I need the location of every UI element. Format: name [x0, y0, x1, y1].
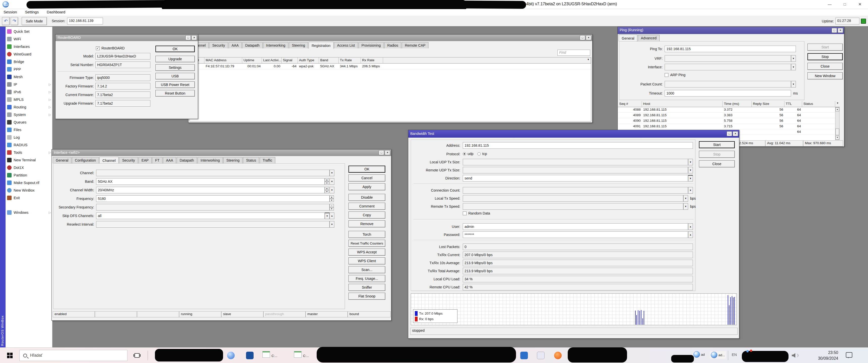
- tab-eap[interactable]: EAP: [138, 157, 152, 163]
- file-explorer-icon[interactable]: [294, 351, 302, 358]
- sidebar-item-mpls[interactable]: MPLS▷: [5, 96, 53, 103]
- ping-row[interactable]: 4089192.168.81.1153.3835664: [618, 113, 835, 118]
- channel-width-combo[interactable]: 20/40MHz: [96, 187, 325, 193]
- tab-interworking[interactable]: Interworking: [263, 42, 288, 48]
- ping-row[interactable]: 4091192.168.81.1153.7155664: [618, 124, 835, 129]
- minimize-icon[interactable]: —: [824, 0, 835, 8]
- sidebar-item-ip[interactable]: IP▷: [5, 81, 53, 88]
- file-explorer-label[interactable]: C:...: [303, 354, 309, 358]
- upgrade-button[interactable]: Upgrade: [155, 56, 195, 62]
- col-mac[interactable]: MAC Address: [205, 58, 242, 63]
- col-auth-type[interactable]: Auth Type: [298, 58, 319, 63]
- tab-radios[interactable]: Radios: [384, 42, 401, 48]
- ping-to-input[interactable]: 192.168.81.115: [664, 45, 796, 52]
- copy-button[interactable]: Copy: [348, 211, 385, 219]
- dropdown-icon[interactable]: ▼: [688, 187, 693, 194]
- taskbar-app-icon[interactable]: [554, 352, 562, 359]
- close-icon[interactable]: ✕: [838, 28, 843, 33]
- col-seq[interactable]: Seq #: [618, 101, 642, 107]
- sidebar-item-mesh[interactable]: Mesh: [5, 73, 53, 81]
- undo-button[interactable]: ↶: [2, 17, 9, 25]
- packet-count-combo[interactable]: [664, 81, 791, 88]
- remove-button[interactable]: Remove: [348, 220, 385, 227]
- maximize-icon[interactable]: □: [379, 150, 384, 155]
- ok-button[interactable]: OK: [348, 166, 385, 173]
- collapse-icon[interactable]: ▲: [688, 223, 693, 230]
- dropdown-icon[interactable]: ▼: [330, 178, 334, 185]
- sidebar-item-dot1x[interactable]: Dot1X: [5, 164, 53, 171]
- password-input[interactable]: *******: [463, 231, 688, 238]
- col-signal[interactable]: Signal: [282, 58, 298, 63]
- interface-titlebar[interactable]: Interface <wifi2>: [52, 150, 391, 156]
- tab-channel[interactable]: Channel: [99, 157, 119, 164]
- new-window-button[interactable]: New Window: [807, 72, 843, 79]
- session-input[interactable]: 192.168.81.139: [67, 18, 103, 25]
- dropdown-icon[interactable]: ▼: [791, 55, 796, 62]
- maximize-icon[interactable]: □: [839, 0, 850, 8]
- sidebar-item-exit[interactable]: Exit: [5, 194, 53, 202]
- column-filter-icon[interactable]: ▼: [835, 101, 840, 107]
- frequency-field[interactable]: 5180: [96, 195, 330, 202]
- scroll-up-icon[interactable]: ▲: [835, 107, 839, 111]
- wps-accept-button[interactable]: WPS Accept: [348, 249, 385, 256]
- task-view-icon[interactable]: [134, 353, 140, 358]
- tab-status[interactable]: Status: [243, 157, 259, 163]
- checkbox-checked-icon[interactable]: ✓: [96, 46, 100, 50]
- tab-steering[interactable]: Steering: [289, 42, 308, 48]
- sidebar-item-bridge[interactable]: Bridge: [5, 58, 53, 66]
- ping-row[interactable]: 4088192.168.81.1153.3725664: [618, 107, 835, 113]
- close-icon[interactable]: ✕: [586, 35, 591, 40]
- col-tx-rate[interactable]: Tx Rate: [339, 58, 361, 63]
- spinner-down-icon[interactable]: ▼: [325, 190, 329, 193]
- dropdown-icon[interactable]: ▼: [330, 221, 334, 228]
- tab-remote-cap[interactable]: Remote CAP: [402, 42, 429, 48]
- close-icon[interactable]: ✕: [385, 150, 390, 155]
- taskbar-search[interactable]: Hľadať: [20, 350, 127, 361]
- radio-tcp[interactable]: [477, 152, 481, 156]
- band-combo[interactable]: 5GHz AX: [96, 178, 325, 185]
- tab-aaa[interactable]: AAA: [228, 42, 242, 48]
- sidebar-item-routing[interactable]: Routing▷: [5, 103, 53, 111]
- tab-aaa[interactable]: AAA: [163, 157, 176, 163]
- tab-steering[interactable]: Steering: [223, 157, 243, 163]
- sidebar-item-radius[interactable]: RADIUS: [5, 141, 53, 149]
- safe-mode-button[interactable]: Safe Mode: [22, 17, 47, 25]
- maximize-icon[interactable]: □: [727, 131, 732, 136]
- spinner-down-icon[interactable]: ▼: [325, 182, 329, 185]
- maximize-icon[interactable]: □: [580, 35, 585, 40]
- spinner-up-icon[interactable]: ▲: [330, 204, 334, 207]
- close-icon[interactable]: ✕: [733, 131, 738, 136]
- close-icon[interactable]: ✕: [191, 35, 197, 40]
- channel-combo[interactable]: [96, 170, 330, 176]
- dropdown-icon[interactable]: ▼: [330, 187, 334, 193]
- ping-scrollbar[interactable]: ▲ ▼: [835, 107, 839, 140]
- tab-datapath[interactable]: Datapath: [177, 157, 197, 163]
- wps-client-button[interactable]: WPS Client: [348, 257, 385, 264]
- torch-button[interactable]: Torch: [348, 231, 385, 238]
- tab-traffic[interactable]: Traffic: [260, 157, 275, 163]
- tab-registration[interactable]: Registration: [309, 42, 334, 48]
- sidebar-item-windows[interactable]: Windows▷: [5, 209, 53, 216]
- taskbar-app-icon[interactable]: [537, 352, 545, 359]
- col-status[interactable]: Status: [802, 101, 835, 107]
- tab-access-list[interactable]: Access List: [334, 42, 358, 48]
- maximize-icon[interactable]: □: [832, 28, 837, 33]
- routerboard-titlebar[interactable]: RouterBOARD: [56, 35, 198, 41]
- memory-graph-icon[interactable]: [861, 19, 866, 24]
- col-time[interactable]: Time (ms): [723, 101, 752, 107]
- tab-security[interactable]: Security: [209, 42, 228, 48]
- freq-usage-button[interactable]: Freq. Usage...: [348, 275, 385, 282]
- sidebar-item-wifi[interactable]: WiFi: [5, 35, 53, 43]
- sidebar-item-queues[interactable]: Queues: [5, 119, 53, 126]
- sidebar-item-ipv6[interactable]: IPv6▷: [5, 88, 53, 96]
- local-udp-tx-size-combo[interactable]: [463, 159, 688, 165]
- tab-general[interactable]: General: [619, 35, 638, 41]
- sniffer-button[interactable]: Sniffer: [348, 284, 385, 291]
- disable-button[interactable]: Disable: [348, 194, 385, 201]
- file-explorer-icon[interactable]: [262, 351, 270, 358]
- notification-icon[interactable]: [846, 352, 852, 358]
- spinner-down-icon[interactable]: ▼: [330, 199, 334, 202]
- settings-button[interactable]: Settings: [155, 64, 195, 71]
- reselect-interval-combo[interactable]: [96, 221, 330, 228]
- remote-tx-speed-combo[interactable]: [463, 203, 683, 210]
